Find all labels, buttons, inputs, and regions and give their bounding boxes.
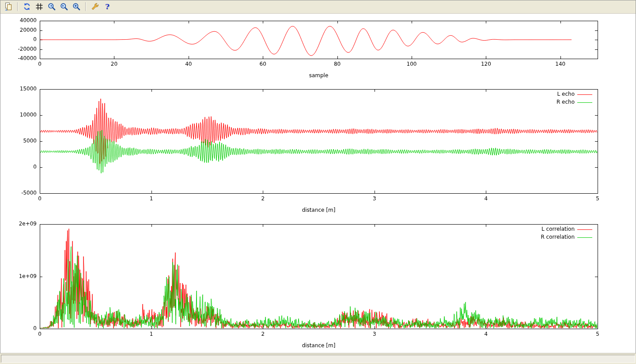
toolbar-separator [17,2,18,11]
plot-canvas[interactable] [0,14,636,353]
refresh-icon [23,2,31,11]
zoom-previous-button[interactable] [46,1,57,12]
autoscale-button[interactable] [71,1,82,12]
zoom-next-icon [60,2,68,11]
wrench-icon [91,2,99,11]
toolbar: ? [0,0,636,14]
grid-button[interactable] [34,1,45,12]
help-icon: ? [105,3,110,11]
copy-button[interactable] [3,1,14,12]
autoscale-icon [72,2,81,11]
grid-icon [35,2,44,11]
status-text [1,355,635,363]
clipboard-copy-icon [4,2,13,11]
zoom-previous-icon [47,2,56,11]
help-button[interactable]: ? [102,1,113,12]
status-bar [0,353,636,364]
replot-button[interactable] [21,1,33,12]
toolbar-separator [85,2,86,11]
plot-window: ? [0,0,636,364]
configure-button[interactable] [89,1,101,12]
zoom-next-button[interactable] [58,1,70,12]
